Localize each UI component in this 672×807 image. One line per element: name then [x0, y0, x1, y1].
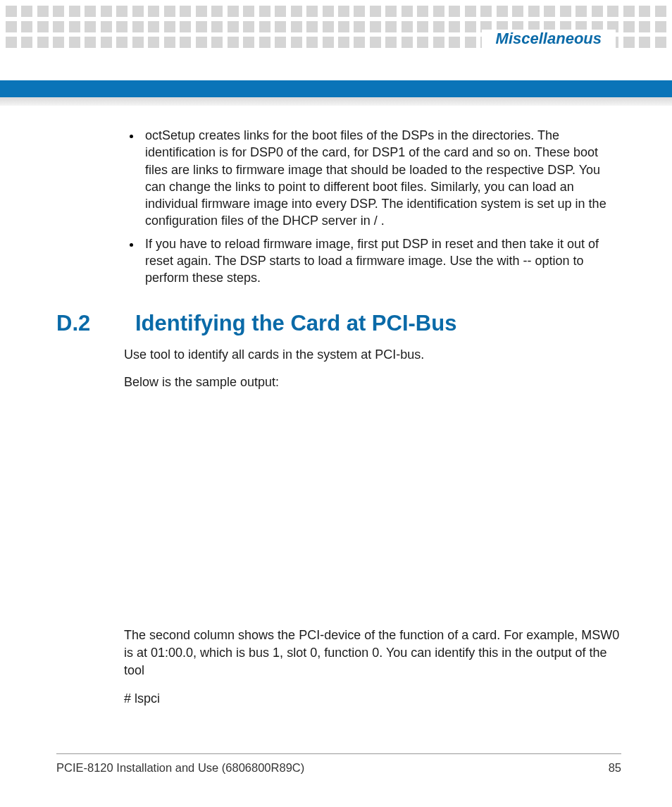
header-blue-bar [0, 80, 672, 97]
bullet-list: octSetup creates links for the boot file… [141, 127, 621, 287]
page-content: octSetup creates links for the boot file… [56, 127, 621, 744]
list-item: If you have to reload firmware image, fi… [141, 235, 621, 287]
explain-text: The second column shows the PCI-device o… [124, 627, 621, 680]
footer-page-number: 85 [609, 761, 621, 775]
intro-text: Use tool to identify all cards in the sy… [124, 346, 621, 364]
page-footer: PCIE-8120 Installation and Use (6806800R… [56, 753, 621, 775]
header-category: Miscellaneous [482, 30, 616, 48]
section-heading: D.2 Identifying the Card at PCI-Bus [56, 311, 621, 336]
sample-output-placeholder [124, 401, 621, 627]
section-title: Identifying the Card at PCI-Bus [135, 311, 456, 336]
sample-label: Below is the sample output: [124, 374, 621, 391]
list-item: octSetup creates links for the boot file… [141, 127, 621, 230]
section-body: Use tool to identify all cards in the sy… [124, 346, 621, 708]
footer-doc-title: PCIE-8120 Installation and Use (6806800R… [56, 761, 304, 775]
header-grey-bar [0, 97, 672, 106]
section-number: D.2 [56, 311, 106, 336]
command-text: # lspci [124, 690, 621, 708]
